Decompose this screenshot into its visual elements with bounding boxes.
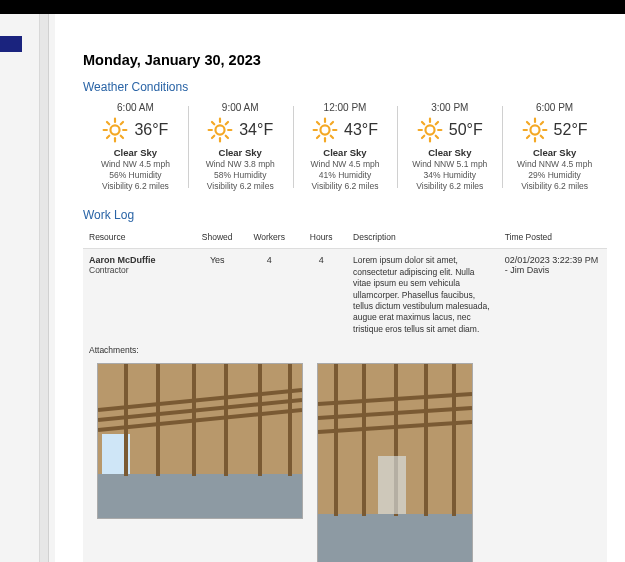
worklog-table: Resource Showed Workers Hours Descriptio…	[83, 228, 607, 341]
weather-wind: Wind NW 4.5 mph	[295, 159, 396, 170]
sun-icon	[417, 117, 443, 143]
svg-line-7	[107, 136, 109, 138]
cell-hours: 4	[295, 249, 347, 342]
weather-humidity: 41% Humidity	[295, 170, 396, 181]
weather-wind: Wind NW 4.5 mph	[85, 159, 186, 170]
weather-row: 6:00 AM 36°F Clear Sky Wind NW 4.5 mph 5…	[83, 102, 607, 192]
svg-line-34	[422, 136, 424, 138]
svg-point-36	[530, 125, 539, 134]
weather-condition: Clear Sky	[190, 147, 291, 158]
svg-line-14	[212, 122, 214, 124]
weather-temp: 43°F	[344, 121, 378, 139]
document-gutter	[0, 14, 55, 562]
svg-line-35	[436, 122, 438, 124]
weather-visibility: Visibility 6.2 miles	[399, 181, 500, 192]
weather-temp: 50°F	[449, 121, 483, 139]
svg-line-33	[436, 136, 438, 138]
svg-line-5	[107, 122, 109, 124]
weather-card: 12:00 PM 43°F Clear Sky Wind NW 4.5 mph …	[293, 102, 398, 192]
svg-line-42	[540, 136, 542, 138]
weather-condition: Clear Sky	[295, 147, 396, 158]
col-workers: Workers	[243, 228, 295, 249]
svg-line-6	[121, 136, 123, 138]
col-showed: Showed	[191, 228, 243, 249]
weather-wind: Wind NW 3.8 mph	[190, 159, 291, 170]
weather-humidity: 58% Humidity	[190, 170, 291, 181]
svg-line-15	[226, 136, 228, 138]
weather-card: 9:00 AM 34°F Clear Sky Wind NW 3.8 mph 5…	[188, 102, 293, 192]
svg-point-9	[216, 125, 225, 134]
weather-temp: 34°F	[239, 121, 273, 139]
svg-line-25	[317, 136, 319, 138]
col-hours: Hours	[295, 228, 347, 249]
svg-line-17	[226, 122, 228, 124]
sun-icon	[312, 117, 338, 143]
weather-temp: 36°F	[134, 121, 168, 139]
window-top-bar	[0, 0, 625, 14]
weather-humidity: 29% Humidity	[504, 170, 605, 181]
sun-icon	[522, 117, 548, 143]
report-date: Monday, January 30, 2023	[83, 52, 607, 68]
weather-humidity: 34% Humidity	[399, 170, 500, 181]
svg-point-18	[320, 125, 329, 134]
cell-showed: Yes	[191, 249, 243, 342]
weather-card: 6:00 AM 36°F Clear Sky Wind NW 4.5 mph 5…	[83, 102, 188, 192]
svg-rect-58	[318, 514, 472, 562]
weather-temp: 52°F	[554, 121, 588, 139]
col-time-posted: Time Posted	[499, 228, 607, 249]
sun-icon	[207, 117, 233, 143]
weather-card: 3:00 PM 50°F Clear Sky Wind NNW 5.1 mph …	[397, 102, 502, 192]
svg-rect-46	[98, 474, 302, 518]
svg-point-27	[425, 125, 434, 134]
worklog-section-title: Work Log	[83, 208, 607, 222]
col-description: Description	[347, 228, 499, 249]
svg-line-43	[527, 136, 529, 138]
cell-posted-by: - Jim Davis	[505, 265, 601, 275]
svg-line-23	[317, 122, 319, 124]
resource-role: Contractor	[89, 265, 185, 275]
cell-workers: 4	[243, 249, 295, 342]
weather-time: 6:00 AM	[85, 102, 186, 113]
weather-visibility: Visibility 6.2 miles	[504, 181, 605, 192]
weather-visibility: Visibility 6.2 miles	[85, 181, 186, 192]
weather-section-title: Weather Conditions	[83, 80, 607, 94]
weather-condition: Clear Sky	[399, 147, 500, 158]
weather-time: 6:00 PM	[504, 102, 605, 113]
col-resource: Resource	[83, 228, 191, 249]
svg-line-41	[527, 122, 529, 124]
cell-time-posted: 02/01/2023 3:22:39 PM	[505, 255, 601, 265]
sun-icon	[102, 117, 128, 143]
weather-visibility: Visibility 6.2 miles	[190, 181, 291, 192]
svg-line-26	[331, 122, 333, 124]
weather-condition: Clear Sky	[504, 147, 605, 158]
resource-name: Aaron McDuffie	[89, 255, 185, 265]
worklog-header-row: Resource Showed Workers Hours Descriptio…	[83, 228, 607, 249]
weather-humidity: 56% Humidity	[85, 170, 186, 181]
weather-time: 9:00 AM	[190, 102, 291, 113]
attachment-photo[interactable]	[317, 363, 473, 562]
weather-condition: Clear Sky	[85, 147, 186, 158]
report-page: Monday, January 30, 2023 Weather Conditi…	[55, 14, 625, 562]
svg-line-8	[121, 122, 123, 124]
weather-time: 3:00 PM	[399, 102, 500, 113]
weather-wind: Wind NNW 4.5 mph	[504, 159, 605, 170]
weather-card: 6:00 PM 52°F Clear Sky Wind NNW 4.5 mph …	[502, 102, 607, 192]
svg-point-0	[111, 125, 120, 134]
worklog-row: Aaron McDuffie Contractor Yes 4 4 Lorem …	[83, 249, 607, 342]
attachments-label: Attachments:	[89, 345, 601, 355]
cell-description: Lorem ipsum dolor sit amet, consectetur …	[347, 249, 499, 342]
svg-rect-67	[378, 456, 406, 514]
svg-line-24	[331, 136, 333, 138]
svg-line-44	[540, 122, 542, 124]
attachment-photo[interactable]	[97, 363, 303, 519]
attachments-block: Attachments:	[83, 341, 607, 562]
weather-time: 12:00 PM	[295, 102, 396, 113]
svg-line-32	[422, 122, 424, 124]
svg-line-16	[212, 136, 214, 138]
weather-visibility: Visibility 6.2 miles	[295, 181, 396, 192]
weather-wind: Wind NNW 5.1 mph	[399, 159, 500, 170]
